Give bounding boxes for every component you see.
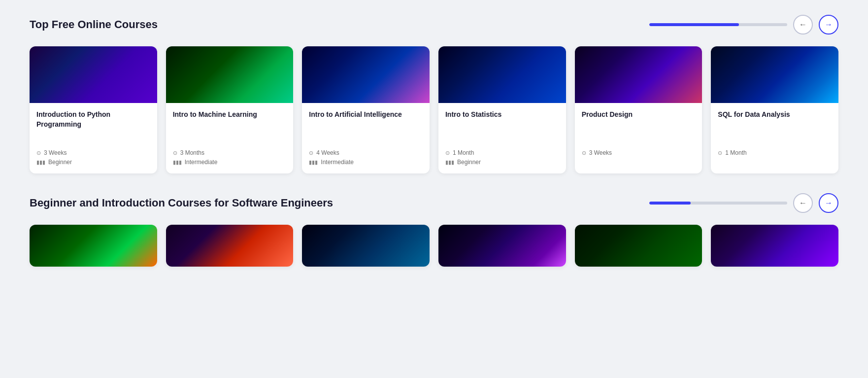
card-image-bottom-b4 [438, 225, 566, 267]
card-meta-ai: ⊙ 4 Weeks ▮▮▮ Intermediate [309, 149, 423, 166]
card-duration-design: ⊙ 3 Weeks [582, 149, 696, 156]
section1-progress-bar [649, 23, 787, 26]
card-duration-text-ai: 4 Weeks [316, 149, 339, 156]
card-image-design [575, 46, 702, 103]
course-card-bottom-b5[interactable] [575, 225, 702, 267]
section1-cards-row: Introduction to Python Programming ⊙ 3 W… [30, 46, 838, 173]
bar-chart-icon: ▮▮▮ [445, 159, 454, 166]
course-card-sql[interactable]: SQL for Data Analysis ⊙ 1 Month [711, 46, 838, 173]
course-card-bottom-b1[interactable] [30, 225, 157, 267]
clock-icon: ⊙ [309, 150, 313, 156]
card-image-sql [711, 46, 838, 103]
clock-icon: ⊙ [718, 150, 722, 156]
card-title-design: Product Design [582, 110, 696, 139]
section2-cards-row [30, 225, 838, 267]
course-card-python[interactable]: Introduction to Python Programming ⊙ 3 W… [30, 46, 157, 173]
section1-next-button[interactable]: → [819, 15, 838, 34]
card-meta-stats: ⊙ 1 Month ▮▮▮ Beginner [445, 149, 559, 166]
section2-next-button[interactable]: → [819, 193, 838, 213]
card-level-stats: ▮▮▮ Beginner [445, 159, 559, 166]
card-body-ml: Intro to Machine Learning ⊙ 3 Months ▮▮▮… [166, 103, 294, 173]
card-title-ml: Intro to Machine Learning [173, 110, 287, 139]
section1-controls: ← → [649, 15, 838, 34]
course-card-ml[interactable]: Intro to Machine Learning ⊙ 3 Months ▮▮▮… [166, 46, 294, 173]
card-title-ai: Intro to Artificial Intelligence [309, 110, 423, 139]
course-card-bottom-b3[interactable] [302, 225, 430, 267]
card-body-ai: Intro to Artificial Intelligence ⊙ 4 Wee… [302, 103, 430, 173]
section1-progress-fill [649, 23, 739, 26]
course-card-bottom-b6[interactable] [711, 225, 838, 267]
clock-icon: ⊙ [36, 150, 41, 156]
card-level-ml: ▮▮▮ Intermediate [173, 159, 287, 166]
card-title-python: Introduction to Python Programming [36, 110, 150, 139]
card-level-text-python: Beginner [48, 159, 72, 166]
section1-prev-button[interactable]: ← [793, 15, 813, 34]
card-image-bottom-b2 [166, 225, 294, 267]
section2-progress-bar [649, 202, 787, 205]
card-body-stats: Intro to Statistics ⊙ 1 Month ▮▮▮ Beginn… [438, 103, 566, 173]
bar-chart-icon: ▮▮▮ [36, 159, 45, 166]
card-title-stats: Intro to Statistics [445, 110, 559, 139]
card-image-python [30, 46, 157, 103]
card-level-python: ▮▮▮ Beginner [36, 159, 150, 166]
card-meta-ml: ⊙ 3 Months ▮▮▮ Intermediate [173, 149, 287, 166]
card-image-bottom-b6 [711, 225, 838, 267]
section2-progress-fill [649, 202, 691, 205]
section2-controls: ← → [649, 193, 838, 213]
card-meta-sql: ⊙ 1 Month [718, 149, 832, 156]
card-duration-text-sql: 1 Month [725, 149, 746, 156]
card-body-python: Introduction to Python Programming ⊙ 3 W… [30, 103, 157, 173]
card-body-design: Product Design ⊙ 3 Weeks [575, 103, 702, 164]
card-duration-sql: ⊙ 1 Month [718, 149, 832, 156]
card-meta-python: ⊙ 3 Weeks ▮▮▮ Beginner [36, 149, 150, 166]
course-card-bottom-b2[interactable] [166, 225, 294, 267]
card-meta-design: ⊙ 3 Weeks [582, 149, 696, 156]
card-level-text-ai: Intermediate [321, 159, 354, 166]
card-duration-text-python: 3 Weeks [44, 149, 67, 156]
card-image-bottom-b3 [302, 225, 430, 267]
software-engineers-section: Beginner and Introduction Courses for So… [30, 193, 838, 267]
card-body-sql: SQL for Data Analysis ⊙ 1 Month [711, 103, 838, 164]
course-card-ai[interactable]: Intro to Artificial Intelligence ⊙ 4 Wee… [302, 46, 430, 173]
clock-icon: ⊙ [582, 150, 586, 156]
course-card-design[interactable]: Product Design ⊙ 3 Weeks [575, 46, 702, 173]
section2-prev-button[interactable]: ← [793, 193, 813, 213]
course-card-bottom-b4[interactable] [438, 225, 566, 267]
card-image-bottom-b5 [575, 225, 702, 267]
card-image-stats [438, 46, 566, 103]
card-duration-stats: ⊙ 1 Month [445, 149, 559, 156]
card-duration-text-stats: 1 Month [453, 149, 474, 156]
bar-chart-icon: ▮▮▮ [173, 159, 182, 166]
card-image-ml [166, 46, 294, 103]
card-level-text-ml: Intermediate [185, 159, 218, 166]
clock-icon: ⊙ [173, 150, 177, 156]
card-duration-ml: ⊙ 3 Months [173, 149, 287, 156]
bar-chart-icon: ▮▮▮ [309, 159, 318, 166]
card-duration-python: ⊙ 3 Weeks [36, 149, 150, 156]
card-image-ai [302, 46, 430, 103]
card-image-bottom-b1 [30, 225, 157, 267]
card-title-sql: SQL for Data Analysis [718, 110, 832, 139]
section2-title: Beginner and Introduction Courses for So… [30, 197, 333, 209]
course-card-stats[interactable]: Intro to Statistics ⊙ 1 Month ▮▮▮ Beginn… [438, 46, 566, 173]
section1-header: Top Free Online Courses ← → [30, 15, 838, 34]
section2-header: Beginner and Introduction Courses for So… [30, 193, 838, 213]
card-level-ai: ▮▮▮ Intermediate [309, 159, 423, 166]
card-duration-text-ml: 3 Months [180, 149, 204, 156]
card-duration-ai: ⊙ 4 Weeks [309, 149, 423, 156]
card-level-text-stats: Beginner [457, 159, 481, 166]
clock-icon: ⊙ [445, 150, 450, 156]
top-free-courses-section: Top Free Online Courses ← → Introduction… [30, 15, 838, 173]
card-duration-text-design: 3 Weeks [589, 149, 612, 156]
section1-title: Top Free Online Courses [30, 18, 158, 31]
